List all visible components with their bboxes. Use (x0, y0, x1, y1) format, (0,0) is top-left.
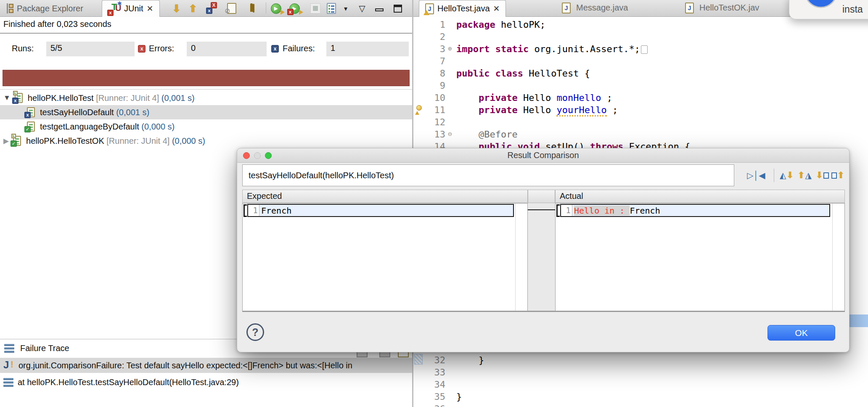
history-dropdown-caret[interactable]: ▾ (339, 2, 352, 15)
line-number: 1 (413, 18, 445, 31)
collapse-arrow-icon[interactable]: ▶ (3, 137, 9, 145)
separator (0, 33, 412, 34)
test-run-history-button[interactable] (325, 2, 338, 15)
line-number: 35 (413, 391, 445, 403)
errors-icon: x (138, 45, 146, 53)
tab-package-explorer[interactable]: Package Explorer (1, 0, 89, 17)
elapsed-time: (0,000 s) (169, 136, 205, 145)
line-number: 12 (413, 116, 445, 128)
show-skipped-tests-button[interactable]: ⊘ (225, 2, 238, 15)
close-icon[interactable]: ✕ (493, 4, 500, 13)
line-number: 3 (413, 43, 445, 55)
failures-label: Failures: (283, 44, 315, 53)
failure-trace-title: Failure Trace (20, 344, 69, 353)
tree-row-hellotestok-suite[interactable]: ▶ L ✓ helloPK.HelloTestOK [Runner: JUnit… (0, 134, 412, 148)
junit-icon: T U ✱ x (108, 3, 121, 15)
rerun-test-button[interactable]: ▶ (269, 2, 283, 15)
package-explorer-icon (7, 3, 13, 13)
line-number: 8 (413, 67, 445, 79)
expected-text: French (259, 205, 513, 216)
overview-ruler-line (832, 204, 833, 311)
expected-diff-line[interactable]: 1 French (247, 204, 514, 217)
stack-frame-text: at helloPK.HelloTest.testSayHelloDefault… (18, 378, 239, 387)
editor-tab-hellotestok[interactable]: HelloTestOK.jav (699, 3, 759, 13)
tab-label: HelloTest.java (437, 4, 490, 13)
editor-tab-message[interactable]: Message.java (576, 3, 628, 13)
show-failures-only-button[interactable]: x X (205, 2, 218, 15)
ok-button[interactable]: OK (767, 325, 835, 341)
errors-label: Errors: (149, 44, 174, 53)
failure-trace-item[interactable]: J! org.junit.ComparisonFailure: Test def… (0, 358, 412, 373)
line-number: 10 (413, 92, 445, 104)
test-passed-icon: ✓ (27, 122, 35, 132)
previous-change-button[interactable]: ⬆ (830, 167, 846, 184)
runs-value: 5/5 (46, 42, 135, 56)
actual-pane[interactable]: 1 Hello in : French (555, 203, 845, 312)
expected-pane[interactable]: 1 French (242, 203, 528, 312)
tree-row-testgetlanguagebydefault[interactable]: ✓ testgetLanguageByDefault (0,000 s) (0, 119, 412, 134)
previous-failed-test-button[interactable]: ⬆ (186, 2, 200, 15)
errors-value: 0 (187, 42, 267, 56)
minimize-view-button[interactable] (373, 2, 386, 15)
expand-arrow-icon[interactable]: ▼ (3, 94, 11, 102)
update-notification-card[interactable]: insta (789, 0, 868, 19)
separator (0, 89, 412, 90)
runner-info: [Runner: JUnit 4] (104, 136, 170, 145)
diff-common-text: French (630, 206, 660, 216)
actual-header: Actual (555, 190, 845, 203)
tree-row-testsayhellodefault[interactable]: x testSayHelloDefault (0,001 s) (0, 105, 412, 119)
diff-range-bracket (556, 204, 560, 217)
tree-row-hellotest-suite[interactable]: ▼ L x helloPK.HelloTest [Runner: JUnit 4… (0, 91, 412, 105)
maximize-view-button[interactable] (391, 2, 405, 15)
compare-center-column (528, 203, 555, 312)
actual-diff-line[interactable]: 1 Hello in : French (560, 204, 830, 217)
failure-trace-item[interactable]: at helloPK.HelloTest.testSayHelloDefault… (0, 375, 412, 390)
line-number: 32 (413, 354, 445, 366)
stack-frame-icon (3, 378, 13, 387)
failure-trace-icon (4, 344, 14, 353)
test-name: testgetLanguageByDefault (40, 122, 139, 131)
result-comparison-dialog: Result Comparison testSayHelloDefault(he… (237, 148, 849, 352)
left-tabbar: Package Explorer T U ✱ x JUnit ✕ ⬇ ⬆ x X (0, 0, 412, 17)
collapsed-region-box[interactable] (641, 45, 648, 54)
line-number: 9 (413, 79, 445, 92)
next-failed-test-button[interactable]: ⬇ (170, 2, 183, 15)
line-number: 34 (413, 378, 445, 391)
rerun-failures-first-button[interactable]: ▶ x (288, 2, 301, 15)
view-menu-button[interactable]: ▽ (355, 2, 369, 15)
editor-line-selection-highlight (849, 314, 868, 327)
close-icon[interactable]: ✕ (147, 4, 153, 13)
dialog-title: Result Comparison (237, 151, 849, 160)
line-number: 13 (413, 128, 445, 140)
diff-range-bracket (243, 204, 247, 217)
runner-info: [Runner: JUnit 4] (94, 93, 159, 103)
center-header-cell (528, 190, 555, 203)
fold-collapsed-icon[interactable]: ⊕ (448, 45, 456, 53)
lock-icon (250, 5, 254, 12)
next-change-button[interactable]: ⬇ (814, 167, 830, 184)
test-name: testSayHelloDefault (40, 108, 114, 117)
dialog-titlebar[interactable]: Result Comparison (237, 148, 849, 163)
next-difference-button[interactable]: ◭⬇ (779, 167, 795, 184)
line-number: 11 (413, 104, 445, 116)
tab-label: Package Explorer (17, 4, 83, 13)
scroll-lock-button[interactable] (246, 2, 259, 15)
previous-difference-button[interactable]: ⬆◮ (797, 167, 812, 184)
elapsed-time: (0,001 s) (114, 108, 149, 117)
line-number: 2 (413, 31, 445, 43)
fold-expanded-icon[interactable]: ⊖ (448, 130, 456, 138)
suite-name: helloPK.HelloTest (28, 93, 94, 103)
diff-removed-text: Hello in : (574, 206, 630, 216)
stop-test-button[interactable] (309, 2, 322, 15)
eclipse-workbench: Package Explorer T U ✱ x JUnit ✕ ⬇ ⬆ x X (0, 0, 868, 407)
help-button[interactable]: ? (246, 323, 264, 341)
tab-junit[interactable]: T U ✱ x JUnit ✕ (102, 0, 160, 17)
test-suite-passed-icon: L ✓ (13, 136, 21, 146)
line-number: 33 (413, 366, 445, 378)
elapsed-time: (0,001 s) (159, 93, 194, 103)
failure-message: org.junit.ComparisonFailure: Test defaul… (19, 361, 352, 370)
editor-tab-hellotest[interactable]: J HelloTest.java ✕ (419, 0, 506, 17)
panes-bottom-border (242, 311, 845, 312)
test-failed-icon: x (27, 107, 35, 117)
swap-left-right-button[interactable]: ▷│◀ (748, 167, 764, 184)
